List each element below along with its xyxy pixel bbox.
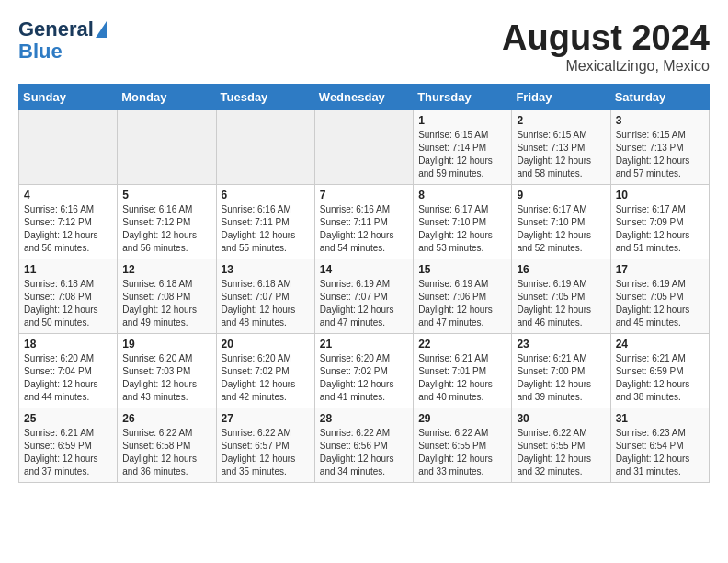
calendar-week-3: 11 Sunrise: 6:18 AMSunset: 7:08 PMDaylig…	[19, 259, 710, 334]
day-number: 9	[517, 189, 605, 201]
day-info: Sunrise: 6:20 AMSunset: 7:02 PMDaylight:…	[222, 353, 296, 402]
day-info: Sunrise: 6:18 AMSunset: 7:07 PMDaylight:…	[222, 279, 296, 327]
calendar-cell: 9 Sunrise: 6:17 AMSunset: 7:10 PMDayligh…	[512, 185, 610, 259]
day-number: 12	[122, 263, 210, 276]
day-number: 19	[122, 338, 210, 350]
calendar-cell: 29 Sunrise: 6:22 AMSunset: 6:55 PMDaylig…	[414, 408, 512, 483]
day-info: Sunrise: 6:17 AMSunset: 7:10 PMDaylight:…	[517, 204, 591, 253]
calendar-cell	[118, 110, 216, 185]
calendar-cell: 10 Sunrise: 6:17 AMSunset: 7:09 PMDaylig…	[610, 185, 709, 259]
calendar-cell: 7 Sunrise: 6:16 AMSunset: 7:11 PMDayligh…	[314, 185, 413, 259]
day-info: Sunrise: 6:23 AMSunset: 6:54 PMDaylight:…	[616, 428, 690, 477]
day-info: Sunrise: 6:19 AMSunset: 7:05 PMDaylight:…	[517, 279, 591, 327]
title-block: August 2024 Mexicaltzingo, Mexico	[502, 18, 710, 75]
header-row: Sunday Monday Tuesday Wednesday Thursday…	[19, 85, 710, 110]
header-saturday: Saturday	[610, 85, 709, 110]
calendar-week-5: 25 Sunrise: 6:21 AMSunset: 6:59 PMDaylig…	[19, 408, 710, 483]
calendar-cell: 31 Sunrise: 6:23 AMSunset: 6:54 PMDaylig…	[610, 408, 709, 483]
day-number: 28	[320, 412, 408, 425]
day-info: Sunrise: 6:17 AMSunset: 7:10 PMDaylight:…	[418, 204, 493, 253]
calendar-table: Sunday Monday Tuesday Wednesday Thursday…	[18, 84, 710, 483]
calendar-cell: 5 Sunrise: 6:16 AMSunset: 7:12 PMDayligh…	[118, 185, 216, 259]
day-number: 2	[517, 114, 605, 127]
day-info: Sunrise: 6:15 AMSunset: 7:13 PMDaylight:…	[517, 130, 591, 178]
day-info: Sunrise: 6:21 AMSunset: 6:59 PMDaylight:…	[24, 428, 98, 477]
calendar-cell	[19, 110, 118, 185]
calendar-cell: 24 Sunrise: 6:21 AMSunset: 6:59 PMDaylig…	[610, 334, 709, 408]
calendar-cell: 6 Sunrise: 6:16 AMSunset: 7:11 PMDayligh…	[216, 185, 314, 259]
day-number: 27	[222, 412, 310, 425]
day-number: 7	[320, 189, 408, 201]
calendar-cell: 19 Sunrise: 6:20 AMSunset: 7:03 PMDaylig…	[118, 334, 216, 408]
day-number: 17	[616, 263, 704, 276]
day-info: Sunrise: 6:16 AMSunset: 7:12 PMDaylight:…	[122, 204, 197, 253]
day-info: Sunrise: 6:22 AMSunset: 6:57 PMDaylight:…	[222, 428, 296, 477]
day-info: Sunrise: 6:18 AMSunset: 7:08 PMDaylight:…	[122, 279, 197, 327]
day-info: Sunrise: 6:21 AMSunset: 7:01 PMDaylight:…	[418, 353, 493, 402]
calendar-cell: 15 Sunrise: 6:19 AMSunset: 7:06 PMDaylig…	[414, 259, 512, 334]
calendar-cell: 8 Sunrise: 6:17 AMSunset: 7:10 PMDayligh…	[414, 185, 512, 259]
day-number: 20	[222, 338, 310, 350]
page-subtitle: Mexicaltzingo, Mexico	[502, 58, 710, 75]
calendar-cell: 18 Sunrise: 6:20 AMSunset: 7:04 PMDaylig…	[19, 334, 118, 408]
day-number: 22	[418, 338, 506, 350]
day-number: 26	[122, 412, 210, 425]
calendar-cell: 1 Sunrise: 6:15 AMSunset: 7:14 PMDayligh…	[414, 110, 512, 185]
day-number: 24	[616, 338, 704, 350]
day-number: 6	[222, 189, 310, 201]
day-info: Sunrise: 6:22 AMSunset: 6:55 PMDaylight:…	[517, 428, 591, 477]
calendar-week-4: 18 Sunrise: 6:20 AMSunset: 7:04 PMDaylig…	[19, 334, 710, 408]
calendar-week-2: 4 Sunrise: 6:16 AMSunset: 7:12 PMDayligh…	[19, 185, 710, 259]
day-number: 30	[517, 412, 605, 425]
header-thursday: Thursday	[414, 85, 512, 110]
calendar-cell: 28 Sunrise: 6:22 AMSunset: 6:56 PMDaylig…	[314, 408, 413, 483]
calendar-cell: 23 Sunrise: 6:21 AMSunset: 7:00 PMDaylig…	[512, 334, 610, 408]
calendar-cell: 30 Sunrise: 6:22 AMSunset: 6:55 PMDaylig…	[512, 408, 610, 483]
logo-blue: Blue	[18, 40, 63, 63]
day-number: 14	[320, 263, 408, 276]
day-info: Sunrise: 6:21 AMSunset: 7:00 PMDaylight:…	[517, 353, 591, 402]
logo-triangle-icon	[96, 21, 107, 38]
calendar-cell: 27 Sunrise: 6:22 AMSunset: 6:57 PMDaylig…	[216, 408, 314, 483]
calendar-cell: 22 Sunrise: 6:21 AMSunset: 7:01 PMDaylig…	[414, 334, 512, 408]
day-number: 16	[517, 263, 605, 276]
calendar-cell: 25 Sunrise: 6:21 AMSunset: 6:59 PMDaylig…	[19, 408, 118, 483]
calendar-cell: 12 Sunrise: 6:18 AMSunset: 7:08 PMDaylig…	[118, 259, 216, 334]
logo: General Blue	[18, 18, 107, 63]
calendar-cell: 26 Sunrise: 6:22 AMSunset: 6:58 PMDaylig…	[118, 408, 216, 483]
day-number: 8	[418, 189, 506, 201]
calendar-cell	[314, 110, 413, 185]
header-tuesday: Tuesday	[216, 85, 314, 110]
calendar-cell: 20 Sunrise: 6:20 AMSunset: 7:02 PMDaylig…	[216, 334, 314, 408]
day-number: 15	[418, 263, 506, 276]
calendar-cell: 4 Sunrise: 6:16 AMSunset: 7:12 PMDayligh…	[19, 185, 118, 259]
day-info: Sunrise: 6:15 AMSunset: 7:13 PMDaylight:…	[616, 130, 690, 178]
day-info: Sunrise: 6:19 AMSunset: 7:07 PMDaylight:…	[320, 279, 394, 327]
page-header: General Blue August 2024 Mexicaltzingo, …	[18, 18, 710, 75]
calendar-cell	[216, 110, 314, 185]
calendar-cell: 21 Sunrise: 6:20 AMSunset: 7:02 PMDaylig…	[314, 334, 413, 408]
calendar-cell: 13 Sunrise: 6:18 AMSunset: 7:07 PMDaylig…	[216, 259, 314, 334]
day-info: Sunrise: 6:18 AMSunset: 7:08 PMDaylight:…	[24, 279, 98, 327]
day-number: 5	[122, 189, 210, 201]
day-info: Sunrise: 6:16 AMSunset: 7:11 PMDaylight:…	[222, 204, 296, 253]
day-number: 4	[24, 189, 112, 201]
day-number: 31	[616, 412, 704, 425]
day-number: 29	[418, 412, 506, 425]
day-info: Sunrise: 6:16 AMSunset: 7:12 PMDaylight:…	[24, 204, 98, 253]
calendar-cell: 3 Sunrise: 6:15 AMSunset: 7:13 PMDayligh…	[610, 110, 709, 185]
calendar-cell: 16 Sunrise: 6:19 AMSunset: 7:05 PMDaylig…	[512, 259, 610, 334]
page-title: August 2024	[502, 18, 710, 58]
day-number: 18	[24, 338, 112, 350]
calendar-cell: 2 Sunrise: 6:15 AMSunset: 7:13 PMDayligh…	[512, 110, 610, 185]
day-info: Sunrise: 6:20 AMSunset: 7:02 PMDaylight:…	[320, 353, 394, 402]
day-number: 23	[517, 338, 605, 350]
day-info: Sunrise: 6:20 AMSunset: 7:04 PMDaylight:…	[24, 353, 98, 402]
calendar-week-1: 1 Sunrise: 6:15 AMSunset: 7:14 PMDayligh…	[19, 110, 710, 185]
day-info: Sunrise: 6:16 AMSunset: 7:11 PMDaylight:…	[320, 204, 394, 253]
header-sunday: Sunday	[19, 85, 118, 110]
day-info: Sunrise: 6:19 AMSunset: 7:05 PMDaylight:…	[616, 279, 690, 327]
day-info: Sunrise: 6:22 AMSunset: 6:56 PMDaylight:…	[320, 428, 394, 477]
header-wednesday: Wednesday	[314, 85, 413, 110]
day-number: 21	[320, 338, 408, 350]
